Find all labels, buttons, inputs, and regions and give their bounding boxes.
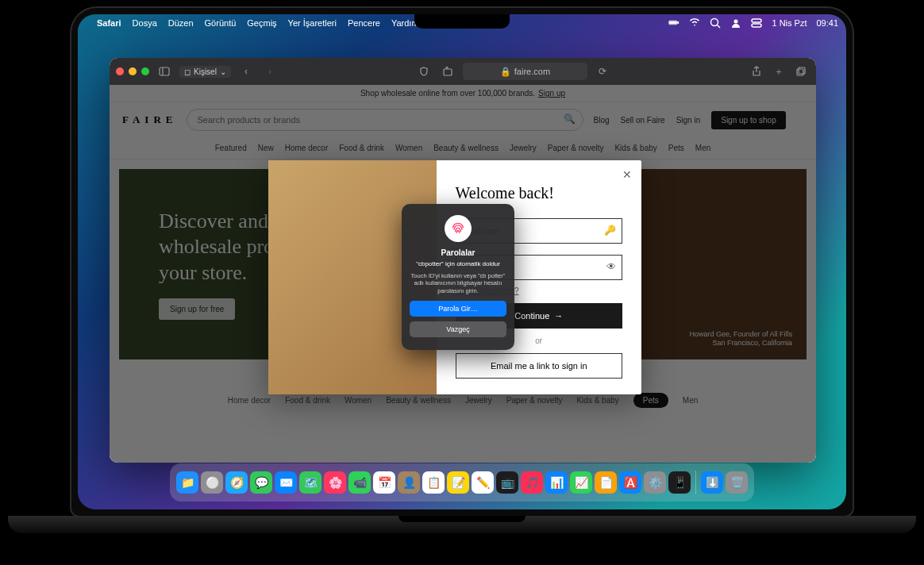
- continue-label: Continue: [514, 311, 549, 321]
- eye-off-icon[interactable]: 👁: [606, 261, 616, 272]
- svg-rect-8: [160, 67, 169, 75]
- reload-button[interactable]: ⟳: [594, 63, 611, 80]
- macbook-hinge-notch: [398, 516, 526, 522]
- dock-app-finder[interactable]: 📁: [176, 471, 198, 494]
- window-zoom-button[interactable]: [141, 67, 149, 75]
- address-bar[interactable]: 🔒 faire.com: [463, 63, 587, 80]
- nav-back-button[interactable]: ‹: [237, 63, 255, 80]
- dock-app-tv[interactable]: 📺: [496, 471, 518, 494]
- dock-app-iphone-mirroring[interactable]: 📱: [668, 471, 691, 494]
- dock-trash[interactable]: 🗑️: [726, 471, 748, 494]
- dock-app-settings[interactable]: ⚙️: [644, 471, 666, 494]
- safari-window: ◻ Kişisel ⌄ ‹ › 🔒 faire.com ⟳ ＋: [110, 58, 816, 463]
- svg-line-4: [718, 25, 721, 29]
- cancel-button[interactable]: Vazgeç: [410, 321, 506, 337]
- chevron-down-icon: ⌄: [220, 67, 226, 76]
- svg-rect-6: [752, 19, 761, 22]
- window-close-button[interactable]: [116, 67, 124, 75]
- wifi-icon[interactable]: [689, 17, 700, 29]
- close-icon[interactable]: ✕: [622, 168, 632, 181]
- dock-app-contacts[interactable]: 👤: [398, 471, 420, 494]
- profile-avatar-icon: ◻: [184, 67, 191, 76]
- login-title: Welcome back!: [456, 184, 623, 202]
- touchid-icon: [445, 215, 472, 242]
- dock-app-keynote[interactable]: 📊: [545, 471, 568, 494]
- page-content: Shop wholesale online from over 100,000 …: [110, 85, 816, 463]
- sidebar-toggle-icon[interactable]: [156, 63, 173, 80]
- dock-app-safari[interactable]: 🧭: [225, 471, 248, 494]
- sheet-title: Parolalar: [410, 248, 506, 257]
- safari-profile-chip[interactable]: ◻ Kişisel ⌄: [179, 66, 231, 78]
- battery-icon[interactable]: [668, 17, 680, 29]
- svg-rect-1: [678, 21, 679, 23]
- email-link-button[interactable]: Email me a link to sign in: [456, 353, 623, 379]
- control-center-icon[interactable]: [751, 17, 762, 29]
- key-icon[interactable]: 🔑: [604, 225, 616, 236]
- new-tab-button[interactable]: ＋: [770, 63, 787, 80]
- window-traffic-lights: [116, 67, 149, 75]
- tabs-overview-button[interactable]: [792, 63, 810, 80]
- dock: 📁⚪🧭💬✉️🗺️🌸📹📅👤📋📝✏️📺🎵📊📈📄🅰️⚙️📱⬇️🗑️: [170, 463, 754, 502]
- share-button[interactable]: [748, 63, 765, 80]
- dock-app-messages[interactable]: 💬: [250, 471, 272, 494]
- svg-rect-2: [670, 21, 677, 24]
- dock-app-photos[interactable]: 🌸: [324, 471, 346, 494]
- privacy-report-icon[interactable]: [415, 63, 433, 80]
- user-switch-icon[interactable]: [730, 17, 741, 29]
- svg-rect-10: [444, 69, 452, 75]
- enter-password-button[interactable]: Parola Gir…: [410, 301, 506, 317]
- menubar-date[interactable]: 1 Nis Pzt: [772, 18, 807, 28]
- dock-separator: [695, 471, 696, 494]
- arrow-right-icon: →: [554, 311, 563, 321]
- menubar-item[interactable]: Dosya: [133, 18, 157, 28]
- system-password-sheet: Parolalar "cbpotter" için otomatik doldu…: [402, 204, 514, 350]
- profile-label: Kişisel: [194, 67, 217, 76]
- spotlight-icon[interactable]: [710, 17, 721, 29]
- dock-app-freeform[interactable]: ✏️: [472, 471, 494, 494]
- dock-app-pages[interactable]: 📄: [595, 471, 617, 494]
- nav-forward-button[interactable]: ›: [261, 63, 279, 80]
- dock-app-reminders[interactable]: 📋: [422, 471, 445, 494]
- extensions-icon[interactable]: [439, 63, 456, 80]
- menubar-item[interactable]: Görüntü: [205, 18, 237, 28]
- dock-app-music[interactable]: 🎵: [521, 471, 543, 494]
- menubar-item[interactable]: Düzen: [168, 18, 194, 28]
- svg-rect-7: [752, 24, 761, 27]
- address-text: faire.com: [514, 67, 550, 76]
- lock-icon: 🔒: [500, 67, 511, 77]
- dock-app-maps[interactable]: 🗺️: [299, 471, 321, 494]
- dock-app-mail[interactable]: ✉️: [275, 471, 297, 494]
- dock-app-launchpad[interactable]: ⚪: [201, 471, 223, 494]
- menubar-time[interactable]: 09:41: [816, 18, 838, 28]
- sheet-description: Touch ID'yi kullanın veya "cb potter" ad…: [410, 272, 506, 294]
- svg-point-5: [734, 20, 738, 24]
- dock-app-calendar[interactable]: 📅: [373, 471, 395, 494]
- menubar-item[interactable]: Geçmiş: [247, 18, 276, 28]
- svg-rect-12: [799, 67, 805, 74]
- macbook-notch: [414, 14, 510, 29]
- menubar-item[interactable]: Pencere: [348, 18, 380, 28]
- dock-app-notes[interactable]: 📝: [447, 471, 469, 494]
- svg-rect-11: [797, 69, 803, 75]
- svg-point-3: [711, 19, 718, 26]
- dock-app-facetime[interactable]: 📹: [348, 471, 371, 494]
- dock-downloads[interactable]: ⬇️: [701, 471, 723, 494]
- sheet-subtitle: "cbpotter" için otomatik doldur: [410, 260, 506, 267]
- menubar-app-name[interactable]: Safari: [97, 18, 121, 28]
- window-minimize-button[interactable]: [129, 67, 137, 75]
- menubar-item[interactable]: Yer İşaretleri: [288, 18, 337, 28]
- dock-app-appstore[interactable]: 🅰️: [619, 471, 641, 494]
- safari-toolbar: ◻ Kişisel ⌄ ‹ › 🔒 faire.com ⟳ ＋: [110, 58, 816, 85]
- dock-app-numbers[interactable]: 📈: [570, 471, 592, 494]
